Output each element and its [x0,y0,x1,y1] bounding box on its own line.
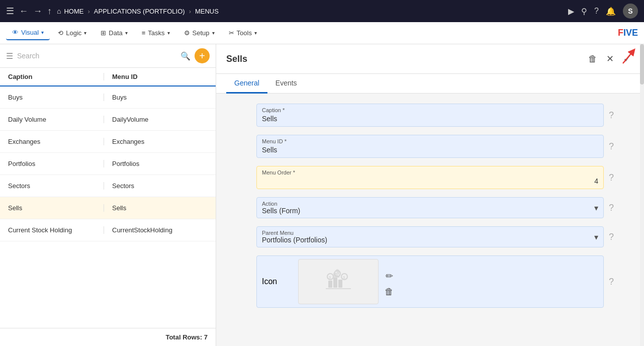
table-row-selected[interactable]: Sells Sells [0,197,216,219]
table-row[interactable]: Buys Buys [0,86,216,109]
row-buys-caption: Buys [8,94,104,101]
row-dailyvol-caption: Daily Volume [8,116,104,123]
icon-label-area: Icon [262,277,292,286]
add-button[interactable]: + [195,48,210,63]
up-icon[interactable]: ↑ [47,6,52,17]
caption-row: Caption * ? [256,104,614,127]
tasks-caret: ▾ [167,30,170,36]
caption-label: Caption * [262,107,598,113]
nav-item-data[interactable]: ⊞ Data ▾ [95,26,133,40]
row-stock-caption: Current Stock Holding [8,226,104,234]
delete-icon-button[interactable]: 🗑 [385,287,394,297]
search-nav-icon[interactable]: ⚲ [581,7,587,16]
caption-input[interactable] [262,115,598,123]
caption-field-container: Caption * [256,104,604,127]
action-label-group: Action Sells (Form) [262,201,594,215]
table-row[interactable]: Portfolios Portfolios [0,153,216,175]
delete-button[interactable]: 🗑 [586,52,599,66]
action-help-icon[interactable]: ? [609,203,614,213]
five-logo: FIVE [618,28,638,38]
breadcrumb-home[interactable]: ⌂ HOME [57,7,83,15]
svg-rect-3 [338,280,342,288]
scrollbar-thumb[interactable] [640,44,644,84]
table-row[interactable]: Daily Volume DailyVolume [0,109,216,131]
right-panel: Sells 🗑 ✕ ✓ General Events Capt [216,44,644,346]
menuid-row: Menu ID * ? [256,135,614,158]
svg-text:$: $ [329,275,331,280]
sec-nav: 👁 Visual ▾ ⟲ Logic ▾ ⊞ Data ▾ ≡ Tasks ▾ … [0,22,644,44]
avatar[interactable]: S [623,4,638,19]
icon-row: Icon $ $ [256,255,614,308]
nav-data-label: Data [109,29,122,37]
svg-rect-1 [328,281,332,288]
search-input[interactable] [17,52,176,60]
tab-events[interactable]: Events [267,74,305,94]
top-nav: ☰ ← → ↑ ⌂ HOME › APPLICATIONS (PORTFOLIO… [0,0,644,22]
parentmenu-field-container: Parent Menu Portfolios (Portfolios) ▾ [256,226,604,247]
hamburger-icon[interactable]: ☰ [6,6,14,17]
breadcrumb: ⌂ HOME › APPLICATIONS (PORTFOLIO) › MENU… [57,7,219,15]
row-stock-menuid: CurrentStockHolding [104,226,208,234]
home-icon: ⌂ [57,7,61,15]
breadcrumb-applications[interactable]: APPLICATIONS (PORTFOLIO) [94,8,185,15]
forward-icon[interactable]: → [33,6,42,17]
nav-tasks-label: Tasks [148,29,164,37]
scrollbar-track[interactable] [640,44,644,346]
parentmenu-row: Parent Menu Portfolios (Portfolios) ▾ ? [256,226,614,247]
logic-icon: ⟲ [58,29,63,37]
action-caret[interactable]: ▾ [594,203,598,213]
parentmenu-caret[interactable]: ▾ [594,232,598,242]
data-icon: ⊞ [101,29,106,37]
parentmenu-label-group: Parent Menu Portfolios (Portfolios) [262,230,594,244]
tools-caret: ▾ [254,30,257,36]
action-field-container: Action Sells (Form) ▾ [256,197,604,218]
nav-item-tasks[interactable]: ≡ Tasks ▾ [136,26,176,40]
back-icon[interactable]: ← [19,6,28,17]
breadcrumb-menus[interactable]: MENUS [195,8,219,15]
breadcrumb-home-label: HOME [64,8,83,15]
nav-tools-label: Tools [237,29,252,37]
action-value: Sells (Form) [262,207,594,215]
caption-help-icon[interactable]: ? [609,110,614,121]
help-nav-icon[interactable]: ? [594,7,599,16]
nav-item-logic[interactable]: ⟲ Logic ▾ [52,26,93,40]
menuid-help-icon[interactable]: ? [609,141,614,152]
menuid-field-container: Menu ID * [256,135,604,158]
table-header: Caption Menu ID [0,68,216,86]
visual-caret: ▾ [41,30,44,35]
row-exchanges-caption: Exchanges [8,138,104,145]
edit-icon-button[interactable]: ✏ [385,271,394,282]
search-icon[interactable]: 🔍 [180,51,191,61]
table-row[interactable]: Exchanges Exchanges [0,131,216,153]
menuorder-row: Menu Order * ? [256,166,614,189]
icon-help-icon[interactable]: ? [609,277,614,287]
play-icon[interactable]: ▶ [568,7,574,16]
breadcrumb-menus-label: MENUS [195,8,219,15]
nav-item-setup[interactable]: ⚙ Setup ▾ [178,26,221,40]
icon-actions: ✏ 🗑 [385,267,394,297]
close-button[interactable]: ✕ [604,51,616,66]
main-layout: ☰ 🔍 + Caption Menu ID Buys Buys Daily Vo… [0,44,644,346]
parentmenu-help-icon[interactable]: ? [609,232,614,242]
bell-icon[interactable]: 🔔 [606,7,616,16]
nav-item-visual[interactable]: 👁 Visual ▾ [6,26,50,40]
tasks-icon: ≡ [142,29,146,37]
filter-icon[interactable]: ☰ [6,51,13,61]
tab-general[interactable]: General [226,74,267,94]
row-portfolios-caption: Portfolios [8,160,104,167]
menuid-input[interactable] [262,146,598,154]
table-row[interactable]: Current Stock Holding CurrentStockHoldin… [0,219,216,241]
row-sectors-caption: Sectors [8,182,104,190]
row-buys-menuid: Buys [104,94,208,101]
col-menuid-header: Menu ID [104,73,208,80]
setup-caret: ▾ [212,30,215,36]
table-row[interactable]: Sectors Sectors [0,175,216,197]
nav-item-tools[interactable]: ✂ Tools ▾ [223,26,263,40]
icon-label: Icon [262,277,277,286]
action-label: Action [262,201,594,207]
table-footer: Total Rows: 7 [0,328,216,346]
nav-logic-label: Logic [66,29,81,37]
menuorder-input[interactable] [262,177,598,185]
menuorder-help-icon[interactable]: ? [609,172,614,183]
svg-rect-2 [333,278,337,288]
